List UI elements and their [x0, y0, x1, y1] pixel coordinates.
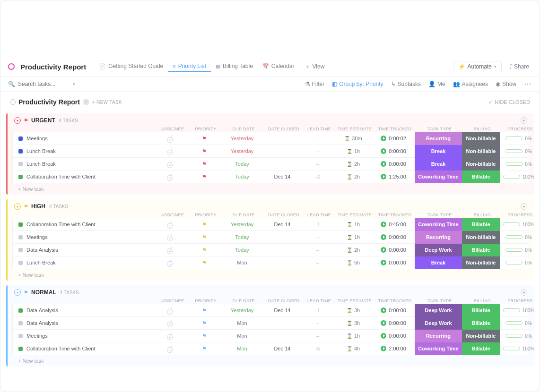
add-column-button[interactable]: +: [521, 117, 527, 124]
assignee-cell[interactable]: [155, 346, 188, 351]
due-date-cell[interactable]: Yesterday: [221, 136, 263, 141]
task-name-cell[interactable]: Data Analysis: [13, 320, 155, 326]
table-row[interactable]: Collaboration Time with Client ⚑ Mon Dec…: [12, 342, 529, 355]
billing-cell[interactable]: Non-billable: [462, 158, 500, 170]
assignee-cell[interactable]: [155, 320, 188, 326]
time-estimate-cell[interactable]: ⌛2h: [334, 174, 372, 179]
tab-getting-started-guide[interactable]: 📄Getting Started Guide: [95, 61, 168, 72]
assignee-icon[interactable]: [171, 135, 172, 142]
priority-cell[interactable]: ⚑: [188, 346, 221, 352]
billing-cell[interactable]: Billable: [462, 218, 500, 231]
info-icon[interactable]: i: [83, 99, 89, 105]
billing-cell[interactable]: Non-billable: [462, 256, 500, 269]
new-task-button[interactable]: + NEW TASK: [92, 100, 122, 105]
progress-cell[interactable]: 0%: [500, 260, 538, 265]
more-icon[interactable]: ⋯: [524, 79, 532, 88]
new-task-row[interactable]: + New task: [8, 355, 534, 366]
billing-cell[interactable]: Billable: [462, 317, 500, 330]
billing-cell[interactable]: Non-billable: [462, 330, 500, 342]
time-estimate-cell[interactable]: ⌛30m: [334, 136, 372, 141]
table-row[interactable]: Data Analysis ⚑ Mon – ⌛3h 0:00:00 Deep W…: [12, 317, 529, 330]
task-name-cell[interactable]: Collaboration Time with Client: [13, 174, 155, 179]
time-tracked-cell[interactable]: 0:00:00: [372, 307, 415, 313]
task-type-cell[interactable]: Recurring: [415, 231, 462, 244]
assignee-cell[interactable]: [155, 260, 188, 265]
assignee-cell[interactable]: [155, 136, 188, 141]
status-icon[interactable]: [18, 248, 23, 252]
hide-closed-button[interactable]: ✓ HIDE CLOSED: [488, 99, 530, 105]
task-type-cell[interactable]: Break: [415, 145, 462, 158]
play-icon[interactable]: [381, 174, 386, 179]
collapse-icon[interactable]: ▾: [14, 117, 21, 124]
priority-cell[interactable]: ⚑: [188, 222, 221, 228]
progress-cell[interactable]: 100%: [500, 174, 538, 179]
assignees-button[interactable]: 👥Assignees: [453, 81, 488, 87]
assignee-icon[interactable]: [171, 259, 172, 266]
table-row[interactable]: Collaboration Time with Client ⚑ Today D…: [12, 170, 529, 183]
task-type-cell[interactable]: Break: [415, 158, 462, 170]
time-estimate-cell[interactable]: ⌛2h: [334, 161, 372, 167]
time-tracked-cell[interactable]: 2:00:00: [372, 346, 415, 351]
play-icon[interactable]: [381, 234, 386, 240]
assignee-cell[interactable]: [155, 333, 188, 339]
task-name-cell[interactable]: Lunch Break: [13, 148, 155, 154]
status-icon[interactable]: [18, 235, 23, 239]
due-date-cell[interactable]: Mon: [221, 320, 263, 326]
assignee-icon[interactable]: [171, 221, 172, 228]
chevron-down-icon[interactable]: ▾: [73, 82, 75, 86]
tab-billing-table[interactable]: ▦Billing Table: [211, 61, 258, 72]
status-icon[interactable]: [18, 321, 23, 325]
priority-cell[interactable]: ⚑: [188, 174, 221, 180]
task-name-cell[interactable]: Data Analysis: [13, 247, 155, 253]
group-header[interactable]: ▾ ⚑ URGENT 4 TASKS +: [8, 113, 534, 126]
priority-cell[interactable]: ⚑: [188, 260, 221, 266]
time-tracked-cell[interactable]: 0:00:00: [372, 234, 415, 240]
billing-cell[interactable]: Non-billable: [462, 145, 500, 158]
progress-cell[interactable]: 100%: [500, 308, 538, 313]
assignee-icon[interactable]: [171, 234, 172, 240]
collapse-icon[interactable]: ▾: [14, 203, 21, 210]
play-icon[interactable]: [381, 307, 386, 313]
priority-cell[interactable]: ⚑: [188, 136, 221, 142]
task-name-cell[interactable]: Meetings: [13, 333, 155, 339]
time-tracked-cell[interactable]: 0:45:00: [372, 222, 415, 227]
time-tracked-cell[interactable]: 0:00:00: [372, 148, 415, 154]
due-date-cell[interactable]: Today: [221, 174, 263, 179]
group-header[interactable]: ▾ ⚑ HIGH 4 TASKS +: [8, 199, 534, 212]
share-button[interactable]: ⤴ Share: [506, 61, 532, 72]
billing-cell[interactable]: Billable: [462, 304, 500, 317]
priority-cell[interactable]: ⚑: [188, 307, 221, 314]
automate-button[interactable]: ⚡ Automate ▾: [453, 61, 502, 72]
assignee-cell[interactable]: [155, 174, 188, 179]
assignee-cell[interactable]: [155, 247, 188, 253]
table-row[interactable]: Lunch Break ⚑ Yesterday – ⌛1h 0:00:00 Br…: [12, 145, 529, 158]
play-icon[interactable]: [381, 148, 386, 154]
assignee-icon[interactable]: [171, 161, 172, 167]
status-icon[interactable]: [18, 347, 23, 351]
table-row[interactable]: Collaboration Time with Client ⚑ Yesterd…: [12, 218, 529, 231]
priority-cell[interactable]: ⚑: [188, 234, 221, 240]
progress-cell[interactable]: 100%: [500, 222, 538, 227]
tab-priority-list[interactable]: ≡Priority List: [168, 61, 211, 72]
time-estimate-cell[interactable]: ⌛2h: [334, 247, 372, 253]
filter-button[interactable]: ⚗Filter: [305, 81, 325, 87]
play-icon[interactable]: [381, 161, 386, 167]
play-icon[interactable]: [381, 260, 386, 265]
billing-cell[interactable]: Billable: [462, 342, 500, 355]
subtasks-button[interactable]: ↳Subtasks: [391, 81, 421, 87]
progress-cell[interactable]: 0%: [500, 333, 538, 339]
collapse-icon[interactable]: ▾: [14, 289, 21, 296]
new-task-row[interactable]: + New task: [8, 183, 534, 195]
status-icon[interactable]: [18, 175, 23, 179]
due-date-cell[interactable]: Mon: [221, 333, 263, 339]
status-icon[interactable]: [18, 162, 23, 166]
billing-cell[interactable]: Billable: [462, 170, 500, 183]
progress-cell[interactable]: 0%: [500, 136, 538, 141]
status-icon[interactable]: [18, 261, 23, 265]
time-estimate-cell[interactable]: ⌛1h: [334, 234, 372, 240]
task-type-cell[interactable]: Break: [415, 256, 462, 269]
time-tracked-cell[interactable]: 0:00:00: [372, 260, 415, 265]
task-type-cell[interactable]: Deep Work: [415, 244, 462, 256]
assignee-cell[interactable]: [155, 161, 188, 167]
group-header[interactable]: ▾ ⚑ NORMAL 4 TASKS +: [8, 285, 534, 298]
